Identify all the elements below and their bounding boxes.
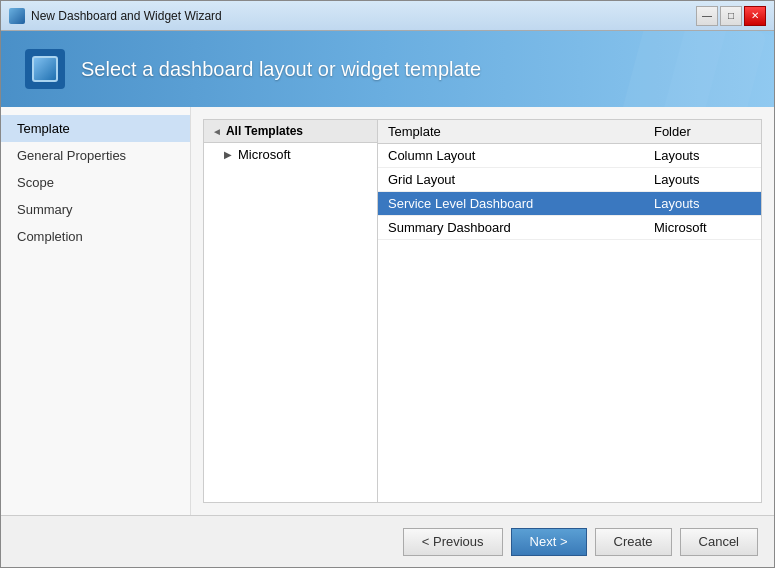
sidebar-item-scope[interactable]: Scope — [1, 169, 190, 196]
minimize-button[interactable]: — — [696, 6, 718, 26]
tree-root-label: All Templates — [226, 124, 303, 138]
header-title: Select a dashboard layout or widget temp… — [81, 58, 481, 81]
header-icon — [25, 49, 65, 89]
sidebar-item-template[interactable]: Template — [1, 115, 190, 142]
template-cell: Grid Layout — [378, 168, 644, 192]
tree-item-label: Microsoft — [238, 147, 291, 162]
col-header-folder: Folder — [644, 120, 761, 144]
col-header-template: Template — [378, 120, 644, 144]
tree-item-microsoft[interactable]: ▶ Microsoft — [204, 143, 377, 166]
template-cell: Summary Dashboard — [378, 216, 644, 240]
maximize-button[interactable]: □ — [720, 6, 742, 26]
templates-table: Template Folder Column Layout Layouts Gr… — [378, 120, 761, 240]
title-bar: New Dashboard and Widget Wizard — □ ✕ — [1, 1, 774, 31]
title-bar-left: New Dashboard and Widget Wizard — [9, 8, 222, 24]
table-row[interactable]: Service Level Dashboard Layouts — [378, 192, 761, 216]
templates-panel: Template Folder Column Layout Layouts Gr… — [378, 119, 762, 503]
folder-cell: Layouts — [644, 144, 761, 168]
sidebar-item-completion[interactable]: Completion — [1, 223, 190, 250]
table-row[interactable]: Column Layout Layouts — [378, 144, 761, 168]
table-row[interactable]: Grid Layout Layouts — [378, 168, 761, 192]
folder-cell: Microsoft — [644, 216, 761, 240]
title-bar-controls: — □ ✕ — [696, 6, 766, 26]
folder-cell: Layouts — [644, 168, 761, 192]
template-cell: Column Layout — [378, 144, 644, 168]
app-icon — [9, 8, 25, 24]
sidebar: Template General Properties Scope Summar… — [1, 107, 191, 515]
create-button[interactable]: Create — [595, 528, 672, 556]
content-area: ◄ All Templates ▶ Microsoft Template Fol… — [191, 107, 774, 515]
main-content: Template General Properties Scope Summar… — [1, 107, 774, 515]
table-header-row: Template Folder — [378, 120, 761, 144]
footer: < Previous Next > Create Cancel — [1, 515, 774, 567]
template-cell: Service Level Dashboard — [378, 192, 644, 216]
tree-panel: ◄ All Templates ▶ Microsoft — [203, 119, 378, 503]
next-button[interactable]: Next > — [511, 528, 587, 556]
folder-cell: Layouts — [644, 192, 761, 216]
tree-header: ◄ All Templates — [204, 120, 377, 143]
tree-collapse-icon[interactable]: ◄ — [212, 126, 222, 137]
sidebar-item-summary[interactable]: Summary — [1, 196, 190, 223]
cancel-button[interactable]: Cancel — [680, 528, 758, 556]
close-button[interactable]: ✕ — [744, 6, 766, 26]
wizard-window: New Dashboard and Widget Wizard — □ ✕ Se… — [0, 0, 775, 568]
previous-button[interactable]: < Previous — [403, 528, 503, 556]
tree-expand-icon: ▶ — [224, 149, 232, 160]
window-title: New Dashboard and Widget Wizard — [31, 9, 222, 23]
header-pattern — [574, 31, 774, 107]
table-row[interactable]: Summary Dashboard Microsoft — [378, 216, 761, 240]
header-icon-inner — [32, 56, 58, 82]
sidebar-item-general-properties[interactable]: General Properties — [1, 142, 190, 169]
header-banner: Select a dashboard layout or widget temp… — [1, 31, 774, 107]
